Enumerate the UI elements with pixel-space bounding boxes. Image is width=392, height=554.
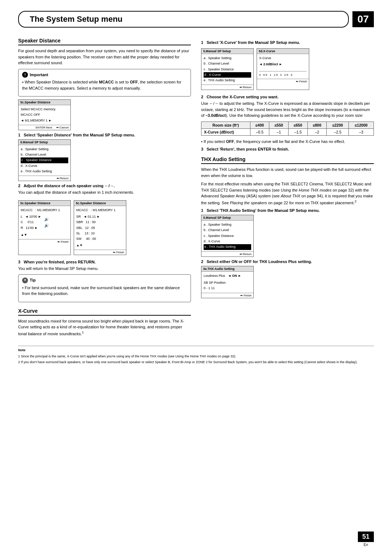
mcacc-screen-title: 5c.Speaker Distance [19,100,70,105]
xcurve-intro: Most soundtracks mixed for cinema sound … [18,318,191,337]
thx-intro: When the THX Loudness Plus function is u… [201,167,374,178]
xcurve-manual-sp-body: a . Speaker Setting b . Channel Level c … [201,54,253,85]
footnote-1: 1 Since the principal is the same, X-Cur… [18,354,374,359]
thx-sb-label: SB SP Position [204,280,251,286]
xcurve-value: ◄ 2.0dB/oct ► [259,62,307,67]
important-icon: ! [22,72,28,78]
xcurve-title: X-Curve [18,308,191,316]
dist-screen-left: 5c.Speaker Distance MCACC : M1.MEMORY 1 … [18,200,71,255]
manual-sp-5c-title: 5.Manual SP Setup [19,140,70,145]
dist-left-nav: ▲▼ [21,232,68,238]
step1-label: 1 Select 'Speaker Distance' from the Man… [18,133,191,137]
xcurve-setting-footer: ⬅:Finish [257,79,309,84]
table-header-800: ≤800 [307,122,327,128]
thx-step1-label: 1 Select 'THX Audio Setting' from the Ma… [201,208,374,213]
thx-title: THX Audio Setting [201,156,374,164]
xcurve-setting-title: 5d.X-Curve [257,49,309,54]
thx-detail: For the most effective results when usin… [201,181,374,206]
menu-item-c-selected: c . Speaker Distance [21,157,68,163]
mcacc-row2: MCACC OFF [21,112,68,118]
important-callout: ! Important • When Speaker Distance is s… [18,69,191,97]
dist-mcacc-label2: MCACC : M1.MEMORY 1 [76,208,124,213]
thx-section: THX Audio Setting When the THX Loudness … [201,156,374,298]
thx-loudness-row: Loudness Plus ◄ ON ► [204,273,251,279]
dist-left-icons: 🔊🔊 [44,216,49,229]
menu-item-e: e . THX Audio Setting [21,169,68,174]
thx-menu-b: b . Channel Level [204,227,251,233]
thx-loudness-label: Loudness Plus [204,273,225,279]
speaker-dist-step1: 1 Select 'Speaker Distance' from the Man… [18,133,191,181]
xcurve-screens: 5.Manual SP Setup a . Speaker Setting b … [201,46,374,92]
xcurve-label: X-Curve [259,56,307,61]
xc-menu-c: c . Speaker Distance [204,67,251,72]
dist-c: C 0'11 [21,219,41,225]
dist-sr: SR ◄ 01.11 ► [76,214,124,219]
mcacc-row3: ◄ M1.MEMORY 1 ► [21,118,68,123]
xcurve-off-note: • If you select OFF, the frequency curve… [201,139,374,145]
mcacc-screen-body: Select MCACC memory. MCACC OFF ◄ M1.MEMO… [19,105,70,125]
table-cell-v550: –1 [269,128,289,135]
thx-step2-label: 2 Select either ON or OFF for THX Loudne… [201,259,374,264]
table-header-12000: ≤12000 [349,122,374,128]
important-header: ! Important [22,72,187,78]
dist-right-nav: ▲▼ [76,243,124,248]
thx-setting-footer: ⬅:Finish [201,293,253,298]
page-number: 51 [358,532,374,542]
mcacc-row1: Select MCACC memory. [21,107,68,112]
manual-sp-5c-body: a . Speaker Setting b . Channel Level c … [19,145,70,176]
xcurve-setting-body: X-Curve ◄ 2.0dB/oct ► 0 0.5 1 1.5 2 2.5 … [257,54,309,79]
footnote-2: 2 If you don't have surround back speake… [18,360,374,365]
xcurve-step1: 1 Select 'X-Curve' from the Manual SP Se… [201,40,374,92]
xcurve-setting-screen: 5d.X-Curve X-Curve ◄ 2.0dB/oct ► 0 0.5 1… [257,48,309,90]
dist-left-channels: L ◄ 10'00 ► C 0'11 R 11'00 ► 🔊🔊 [21,214,68,231]
tip-icon: ✦ [22,278,28,283]
manual-sp-5c-screen: 5.Manual SP Setup a . Speaker Setting b … [18,139,71,181]
manual-sp-5c-footer: ⬅:Return [19,176,70,181]
xcurve-step2: 2 Choose the X-Curve setting you want. U… [201,95,374,144]
xc-menu-a: a . Speaker Setting [204,56,251,61]
xcurve-step3: 3 Select 'Return', then press ENTER to f… [201,147,374,151]
speaker-distance-intro: For good sound depth and separation from… [18,48,191,66]
step2-text: You can adjust the distance of each spea… [18,189,191,196]
speaker-distance-title: Speaker Distance [18,38,191,45]
thx-menu-d: d . X-Curve [204,239,251,244]
xc-menu-e: e . THX Audio Setting [204,78,251,83]
dist-r: R 11'00 ► [21,225,41,231]
right-column: 1 Select 'X-Curve' from the Manual SP Se… [201,38,374,339]
speaker-distance-section: Speaker Distance For good sound depth an… [18,38,191,302]
xcurve-manual-sp-footer: ⬅:Return [201,85,253,90]
chapter-badge: 07 [352,11,374,27]
dist-right-body: MCACC : M1.MEMORY 1 SR ◄ 01.11 ► SBR 11 … [74,206,126,250]
dist-sl: SL 13 : 10 [76,231,124,236]
distance-screens: 5c.Speaker Distance MCACC : M1.MEMORY 1 … [18,198,191,257]
dist-right-channels: SR ◄ 01.11 ► SBR 11 : 00 SBL 12 : 05 SL … [76,214,124,242]
dist-left-title: 5c.Speaker Distance [19,201,70,206]
left-column: Speaker Distance For good sound depth an… [18,38,191,339]
xc-menu-b: b . Channel Level [204,61,251,66]
tip-text: • For best surround sound, make sure the… [22,285,187,297]
tip-callout: ✦ Tip • For best surround sound, make su… [18,274,191,302]
xc-menu-d-selected: d . X-Curve [204,72,251,78]
table-header-550: ≤550 [269,122,289,128]
xcurve-manual-sp-screen: 5.Manual SP Setup a . Speaker Setting b … [201,48,254,90]
dist-sbl: SBL 12 : 05 [76,225,124,231]
menu-item-a: a . Speaker Setting [21,147,68,152]
xcurve-step1-label: 1 Select 'X-Curve' from the Manual SP Se… [201,40,374,45]
menu-item-b: b . Channel Level [21,152,68,157]
xcurve-table: Room size (ft²) ≤400 ≤550 ≤650 ≤800 ≤220… [201,122,374,136]
mcacc-select-screen: 5c.Speaker Distance Select MCACC memory.… [18,99,71,130]
dist-mcacc-label: MCACC : M1.MEMORY 1 [21,208,68,213]
step2-label: 2 Adjust the distance of each speaker us… [18,184,191,188]
speaker-dist-step2: 2 Adjust the distance of each speaker us… [18,184,191,257]
table-header-room: Room size (ft²) [201,122,250,128]
dist-left-footer: ⬅:Finish [19,239,70,244]
table-cell-v800: –2 [307,128,327,135]
page-title: The System Setup menu [18,11,349,28]
dist-sw: SW 40 : 00 [76,236,124,242]
thx-loudness-value: ◄ ON ► [228,273,241,279]
thx-menu-e-selected: e . THX Audio Setting [204,244,251,250]
dist-right-title: 5c.Speaker Distance [74,201,126,206]
table-row-xcurve: X-Curve (dB/oct) –0.5 –1 –1.5 –2 –2.5 –3 [201,128,374,135]
thx-manual-sp-body: a . Speaker Setting b . Channel Level c … [201,221,253,251]
xcurve-manual-sp-title: 5.Manual SP Setup [201,49,253,54]
